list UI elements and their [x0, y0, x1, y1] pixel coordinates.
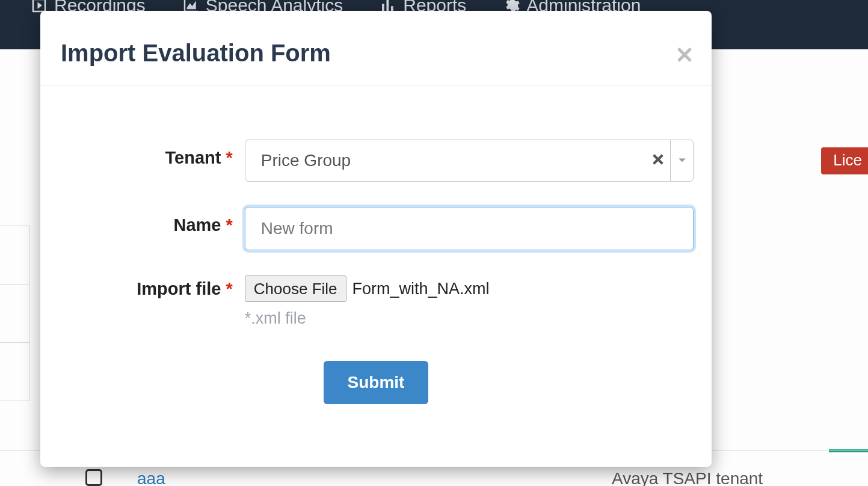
import-evaluation-form-modal: Import Evaluation Form Tenant * Price Gr… [40, 11, 712, 467]
modal-title: Import Evaluation Form [61, 40, 692, 67]
field-row-name: Name * [40, 207, 712, 250]
required-mark: * [226, 148, 233, 167]
tenant-select-value: Price Group [245, 151, 646, 170]
tenant-select[interactable]: Price Group [245, 140, 694, 182]
selected-file-name: Form_with_NA.xml [352, 280, 490, 298]
field-row-tenant: Tenant * Price Group [40, 140, 712, 182]
close-icon [676, 46, 694, 64]
required-mark: * [226, 279, 233, 298]
file-picker: Choose File Form_with_NA.xml [245, 275, 694, 302]
submit-button[interactable]: Submit [324, 361, 429, 404]
label-name: Name * [40, 207, 245, 235]
label-import-file: Import file * [40, 275, 245, 299]
label-tenant: Tenant * [40, 140, 245, 168]
row-link[interactable]: aaa [137, 469, 165, 486]
clear-icon [652, 153, 664, 165]
tenant-clear-button[interactable] [646, 153, 670, 168]
modal-body: Tenant * Price Group Name * [40, 85, 712, 404]
file-type-hint: *.xml file [245, 309, 694, 328]
label-name-text: Name [173, 215, 221, 235]
name-input[interactable] [245, 207, 694, 250]
modal-header: Import Evaluation Form [40, 11, 712, 85]
submit-row: Submit [40, 361, 712, 404]
chevron-down-icon [678, 158, 686, 164]
tenant-dropdown-toggle[interactable] [670, 140, 693, 181]
row-tenant-text: Avaya TSAPI tenant [612, 469, 763, 486]
required-mark: * [226, 215, 233, 235]
license-button[interactable]: Lice [821, 147, 868, 174]
row-checkbox[interactable] [85, 469, 102, 486]
label-tenant-text: Tenant [165, 148, 221, 167]
choose-file-button[interactable]: Choose File [245, 275, 346, 302]
close-button[interactable] [676, 46, 694, 64]
bg-table-fragment [0, 226, 30, 401]
field-row-import-file: Import file * Choose File Form_with_NA.x… [40, 275, 712, 328]
label-import-file-text: Import file [137, 279, 221, 298]
